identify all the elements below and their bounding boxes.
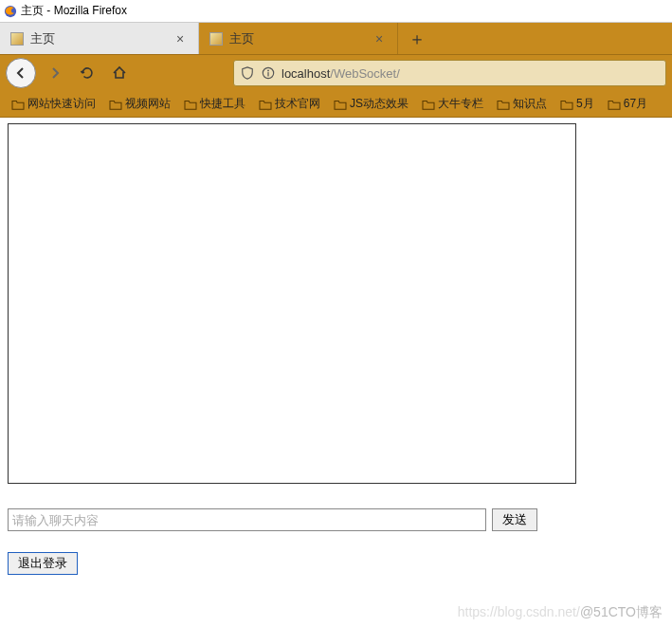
bookmark-item[interactable]: 67月 [602,94,653,114]
address-bar[interactable]: localhost/WebSocket/ [233,60,666,86]
tab-label: 主页 [30,30,166,47]
url-host: localhost [282,66,330,81]
page-favicon [9,31,25,46]
logout-button[interactable]: 退出登录 [8,552,78,575]
chat-input[interactable] [8,508,486,531]
page-content: 发送 退出登录 [0,118,672,581]
info-icon[interactable] [261,65,276,81]
bookmarks-toolbar: 网站快速访问 视频网站 快捷工具 技术官网 JS动态效果 大牛专栏 知识点 5月… [0,91,672,118]
url-text: localhost/WebSocket/ [282,66,400,81]
bookmark-label: 知识点 [513,96,547,112]
chat-display-area [8,123,576,484]
bookmark-item[interactable]: 视频网站 [103,94,176,114]
bookmark-label: 视频网站 [125,96,171,112]
window-title: 主页 - Mozilla Firefox [21,3,127,19]
folder-icon [608,99,621,110]
tab-label: 主页 [229,30,365,47]
bookmark-label: 大牛专栏 [438,96,483,112]
shield-icon[interactable] [240,65,255,81]
new-tab-button[interactable]: ＋ [398,23,436,54]
watermark-tag: @51CTO博客 [580,604,663,619]
bookmark-label: 网站快速访问 [27,96,96,112]
folder-icon [334,99,347,110]
bookmark-item[interactable]: 技术官网 [253,94,326,114]
folder-icon [560,99,573,110]
watermark: https://blog.csdn.net/@51CTO博客 [458,604,663,621]
svg-point-2 [267,70,269,72]
folder-icon [259,99,272,110]
forward-button[interactable] [42,60,68,86]
bookmark-label: JS动态效果 [350,96,409,112]
url-path: /WebSocket/ [330,66,399,81]
close-icon[interactable]: × [172,30,189,47]
window-titlebar: 主页 - Mozilla Firefox [0,0,672,23]
bookmark-item[interactable]: 快捷工具 [178,94,251,114]
bookmark-label: 5月 [576,96,594,112]
page-favicon [209,31,224,46]
svg-rect-3 [267,72,268,76]
back-button[interactable] [6,58,36,88]
reload-button[interactable] [74,60,100,86]
chat-input-row: 发送 [8,508,664,531]
bookmark-item[interactable]: 大牛专栏 [416,94,489,114]
firefox-icon [4,5,17,18]
tab-bar: 主页 × 主页 × ＋ [0,23,672,55]
bookmark-item[interactable]: 5月 [554,94,600,114]
nav-toolbar: localhost/WebSocket/ [0,55,672,91]
bookmark-item[interactable]: 网站快速访问 [6,94,101,114]
folder-icon [109,99,122,110]
tab-0[interactable]: 主页 × [0,23,199,54]
folder-icon [422,99,435,110]
folder-icon [184,99,197,110]
send-button[interactable]: 发送 [492,508,537,531]
bookmark-label: 67月 [624,96,647,112]
home-button[interactable] [106,60,133,86]
tab-1[interactable]: 主页 × [199,23,398,54]
close-icon[interactable]: × [371,30,388,47]
bookmark-item[interactable]: JS动态效果 [328,94,414,114]
bookmark-item[interactable]: 知识点 [491,94,553,114]
folder-icon [497,99,510,110]
folder-icon [11,99,25,110]
bookmark-label: 技术官网 [275,96,320,112]
logout-row: 退出登录 [8,552,664,575]
watermark-url: https://blog.csdn.net/ [458,604,580,619]
bookmark-label: 快捷工具 [200,96,245,112]
